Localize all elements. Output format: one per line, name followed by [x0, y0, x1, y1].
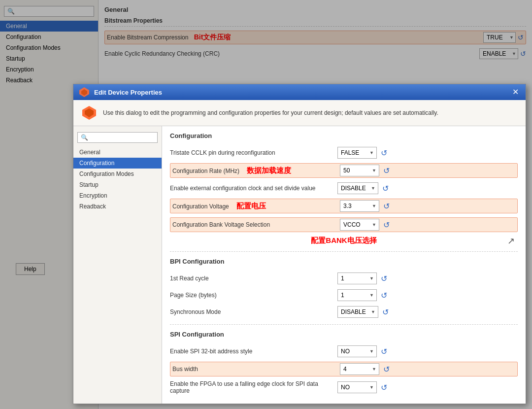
- config-controls-2: DISABLEENABLE ↺: [337, 182, 390, 194]
- config-select-wrap-2[interactable]: DISABLEENABLE: [337, 182, 378, 194]
- bpi-row-2: Synchronous Mode DISABLEENABLE ↺: [170, 306, 518, 318]
- config-select-3[interactable]: 3.31.82.5: [340, 200, 379, 212]
- config-select-2[interactable]: DISABLEENABLE: [337, 182, 378, 194]
- config-reset-3[interactable]: ↺: [382, 202, 391, 211]
- modal-search-input[interactable]: [77, 132, 158, 143]
- modal-titlebar: Edit Device Properties ✕: [73, 84, 526, 100]
- modal-nav-encryption[interactable]: Encryption: [73, 190, 162, 201]
- bpi-reset-2[interactable]: ↺: [381, 307, 390, 317]
- modal-nav-startup[interactable]: Startup: [73, 179, 162, 190]
- spi-select-0[interactable]: NOYES: [337, 345, 377, 357]
- spi-select-1[interactable]: 124: [340, 363, 379, 375]
- spi-label-1: Bus width: [172, 366, 340, 373]
- spi-reset-1[interactable]: ↺: [382, 365, 391, 374]
- spi-label-0: Enable SPI 32-bit address style: [170, 348, 337, 355]
- config-row-2: Enable external configuration clock and …: [170, 182, 518, 195]
- vivado-logo-large: [81, 105, 97, 121]
- modal-content-scroll[interactable]: Configuration Tristate CCLK pin during r…: [162, 126, 526, 404]
- modal-info-bar: Use this dialog to edit the programming …: [73, 100, 526, 126]
- bpi-label-2: Synchronous Mode: [170, 308, 337, 315]
- config-controls-1: 503612162226334066 ↺: [340, 165, 391, 176]
- config-reset-0[interactable]: ↺: [380, 148, 388, 158]
- bpi-select-2[interactable]: DISABLEENABLE: [337, 306, 378, 318]
- bpi-select-wrap-1[interactable]: 14816: [337, 289, 377, 301]
- config-select-wrap-3[interactable]: 3.31.82.5: [340, 200, 379, 212]
- spi-select-wrap-1[interactable]: 124: [340, 363, 379, 375]
- bpi-label-1: Page Size (bytes): [170, 292, 337, 299]
- config-reset-1[interactable]: ↺: [382, 166, 391, 175]
- spi-controls-2: NOYES ↺: [337, 381, 388, 393]
- section-divider-1: [170, 251, 518, 252]
- spi-row-1: Bus width 124 ↺: [170, 362, 518, 376]
- bpi-controls-2: DISABLEENABLE ↺: [337, 306, 390, 318]
- config-label-4: Configuration Bank Voltage Selection: [172, 221, 340, 228]
- bpi-controls-1: 14816 ↺: [337, 289, 388, 301]
- vivado-icon: [78, 86, 90, 98]
- bpi-select-wrap-2[interactable]: DISABLEENABLE: [337, 306, 378, 318]
- modal-nav-configuration[interactable]: Configuration: [73, 158, 162, 169]
- modal-search-container: [77, 132, 158, 143]
- config-row-3: Configuration Voltage 配置电压 3.31.82.5 ↺: [170, 199, 518, 213]
- config-select-1[interactable]: 503612162226334066: [340, 165, 379, 176]
- modal-nav-readback[interactable]: Readback: [73, 201, 162, 212]
- config-annotation-3: 配置电压: [236, 202, 266, 210]
- modal-dialog: Edit Device Properties ✕ Use this dialog…: [73, 84, 526, 404]
- bpi-label-0: 1st Read cycle: [170, 275, 337, 282]
- bpi-select-1[interactable]: 14816: [337, 289, 377, 301]
- config-row-4: Configuration Bank Voltage Selection VCC…: [170, 217, 518, 232]
- bpi-reset-1[interactable]: ↺: [380, 291, 388, 300]
- config-row-0: Tristate CCLK pin during reconfiguration…: [170, 146, 518, 159]
- config-label-0: Tristate CCLK pin during reconfiguration: [170, 149, 337, 156]
- bpi-reset-0[interactable]: ↺: [380, 274, 388, 283]
- bpi-section-title: BPI Configuration: [170, 258, 518, 267]
- config-controls-4: VCCO2.53.3 ↺: [340, 219, 391, 231]
- config-select-0[interactable]: FALSETRUE: [337, 147, 377, 159]
- config-select-wrap-1[interactable]: 503612162226334066: [340, 165, 379, 176]
- spi-controls-0: NOYES ↺: [337, 345, 388, 357]
- config-annotation-1: 数据加载速度: [247, 166, 291, 174]
- config-reset-2[interactable]: ↺: [381, 184, 390, 193]
- modal-title: Edit Device Properties: [94, 89, 506, 96]
- config-label-3: Configuration Voltage 配置电压: [172, 202, 340, 211]
- spi-select-wrap-2[interactable]: NOYES: [337, 381, 377, 393]
- config-select-wrap-0[interactable]: FALSETRUE: [337, 147, 377, 159]
- config-select-4[interactable]: VCCO2.53.3: [340, 219, 379, 231]
- spi-label-2: Enable the FPGA to use a falling edge cl…: [170, 380, 337, 394]
- section-divider-2: [170, 324, 518, 325]
- config-reset-4[interactable]: ↺: [382, 220, 391, 230]
- bpi-row-1: Page Size (bytes) 14816 ↺: [170, 289, 518, 302]
- spi-select-2[interactable]: NOYES: [337, 381, 377, 393]
- bpi-select-wrap-0[interactable]: 1234: [337, 273, 377, 284]
- modal-body: General Configuration Configuration Mode…: [73, 126, 526, 404]
- modal-sidebar: General Configuration Configuration Mode…: [73, 126, 162, 404]
- spi-row-2: Enable the FPGA to use a falling edge cl…: [170, 380, 518, 394]
- config-section-title: Configuration: [170, 132, 518, 141]
- config-label-2: Enable external configuration clock and …: [170, 185, 337, 192]
- bpi-controls-0: 1234 ↺: [337, 273, 388, 284]
- spi-row-0: Enable SPI 32-bit address style NOYES ↺: [170, 345, 518, 358]
- spi-controls-1: 124 ↺: [340, 363, 391, 375]
- config-controls-0: FALSETRUE ↺: [337, 147, 388, 159]
- bank-annotation: 配置BANK电压选择: [170, 236, 518, 245]
- spi-reset-0[interactable]: ↺: [380, 347, 388, 356]
- modal-content: Configuration Tristate CCLK pin during r…: [162, 126, 526, 404]
- config-controls-3: 3.31.82.5 ↺: [340, 200, 391, 212]
- config-row-1: Configuration Rate (MHz) 数据加载速度 50361216…: [170, 163, 518, 178]
- config-select-wrap-4[interactable]: VCCO2.53.3: [340, 219, 379, 231]
- modal-info-text: Use this dialog to edit the programming …: [103, 109, 438, 116]
- modal-nav-general[interactable]: General: [73, 147, 162, 158]
- spi-select-wrap-0[interactable]: NOYES: [337, 345, 377, 357]
- modal-close-button[interactable]: ✕: [510, 88, 521, 96]
- spi-reset-2[interactable]: ↺: [380, 383, 388, 392]
- bpi-select-0[interactable]: 1234: [337, 273, 377, 284]
- bpi-row-0: 1st Read cycle 1234 ↺: [170, 272, 518, 285]
- modal-nav-config-modes[interactable]: Configuration Modes: [73, 169, 162, 179]
- spi-section-title: SPI Configuration: [170, 331, 518, 340]
- config-label-1: Configuration Rate (MHz) 数据加载速度: [172, 166, 340, 175]
